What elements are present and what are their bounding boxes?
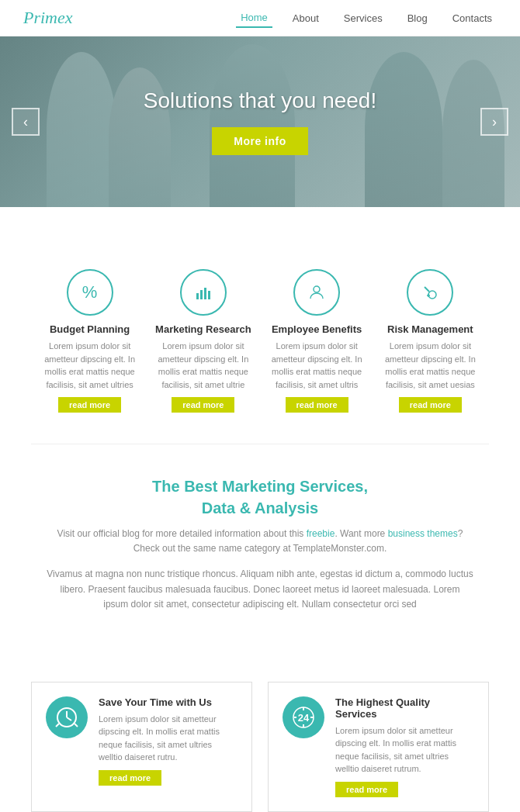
hero-section: ‹ Solutions that you need! More info › (0, 36, 520, 207)
nav-blog[interactable]: Blog (403, 9, 432, 27)
spacer-1 (0, 635, 520, 658)
svg-point-5 (428, 291, 436, 299)
service-text-2: Lorem ipsum dolor sit ametteur dipscing … (335, 724, 474, 776)
feature-title-2: Marketing Research (152, 323, 254, 335)
read-more-1[interactable]: read more (58, 397, 121, 413)
service-content-time: Save Your Time with Us Lorem ipsum dolor… (99, 696, 237, 786)
svg-rect-0 (196, 293, 199, 299)
svg-rect-1 (200, 290, 203, 299)
time-icon (46, 696, 88, 738)
risk-icon (407, 269, 453, 316)
read-more-2[interactable]: read more (172, 397, 234, 413)
service-title-1: Save Your Time with Us (99, 696, 237, 708)
quality-icon: 24 (283, 696, 324, 738)
features-list: % Budget Planning Lorem ipsum dolor sit … (16, 238, 504, 428)
feature-text-3: Lorem ipsum dolor sit ametteur dipscing … (266, 340, 368, 391)
feature-marketing-research: Marketing Research Lorem ipsum dolor sit… (152, 269, 254, 413)
feature-employee-benefits: Employee Benefits Lorem ipsum dolor sit … (266, 269, 368, 413)
feature-text-1: Lorem ipsum dolor sit ametteur dipscing … (39, 340, 140, 391)
feature-risk-management: Risk Management Lorem ipsum dolor sit am… (380, 269, 481, 413)
employee-icon (293, 269, 340, 316)
navigation: Home About Services Blog Contacts (236, 9, 497, 28)
marketing-body: Vivamus at magna non nunc tristique rhon… (47, 567, 473, 612)
service-read-more-1[interactable]: read more (99, 770, 161, 786)
business-themes-link[interactable]: business themes (388, 528, 458, 539)
marketing-subtitle: Visit our official blog for more detaile… (47, 527, 473, 556)
features-section: % Budget Planning Lorem ipsum dolor sit … (0, 207, 520, 444)
service-card-quality: 24 The Highest Quality Services Lorem ip… (268, 682, 489, 812)
service-read-more-2[interactable]: read more (335, 782, 398, 797)
svg-line-10 (67, 717, 71, 720)
marketing-icon (180, 269, 227, 316)
svg-text:24: 24 (298, 712, 310, 724)
feature-text-2: Lorem ipsum dolor sit ametteur dipscing … (152, 340, 254, 391)
nav-services[interactable]: Services (339, 9, 387, 27)
svg-rect-3 (208, 291, 210, 299)
marketing-title: The Best Marketing Services,Data & Analy… (47, 475, 473, 519)
read-more-3[interactable]: read more (286, 397, 348, 413)
feature-title-3: Employee Benefits (266, 323, 368, 335)
nav-about[interactable]: About (288, 9, 324, 27)
hero-next-button[interactable]: › (480, 108, 508, 136)
nav-home[interactable]: Home (236, 9, 272, 28)
services-section: Save Your Time with Us Lorem ipsum dolor… (0, 658, 520, 812)
marketing-section: The Best Marketing Services,Data & Analy… (0, 444, 520, 635)
service-card-time: Save Your Time with Us Lorem ipsum dolor… (31, 682, 252, 812)
service-content-quality: The Highest Quality Services Lorem ipsum… (335, 696, 474, 797)
hero-title: Solutions that you need! (144, 88, 376, 113)
hero-prev-button[interactable]: ‹ (12, 108, 40, 136)
freebie-link[interactable]: freebie (307, 528, 335, 539)
service-text-1: Lorem ipsum dolor sit ametteur dipscing … (99, 713, 237, 764)
feature-text-4: Lorem ipsum dolor sit ametteur dipscing … (380, 340, 481, 391)
feature-title-4: Risk Management (380, 323, 481, 335)
svg-rect-2 (204, 288, 206, 299)
logo: Primex (23, 8, 73, 28)
hero-content: Solutions that you need! More info (144, 88, 376, 155)
feature-title-1: Budget Planning (39, 323, 140, 335)
header: Primex Home About Services Blog Contacts (0, 0, 520, 36)
hero-cta-button[interactable]: More info (212, 127, 308, 155)
svg-point-4 (314, 286, 320, 292)
service-title-2: The Highest Quality Services (335, 696, 474, 720)
nav-contacts[interactable]: Contacts (448, 9, 497, 27)
read-more-4[interactable]: read more (399, 397, 462, 413)
feature-budget-planning: % Budget Planning Lorem ipsum dolor sit … (39, 269, 140, 413)
budget-icon: % (67, 269, 113, 316)
